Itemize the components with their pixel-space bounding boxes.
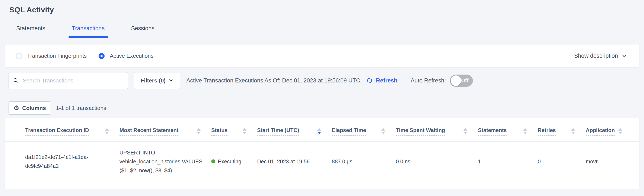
cell-start-time: Dec 01, 2023 at 19:56: [257, 157, 332, 166]
table-header-row: Transaction Execution ID Most Recent Sta…: [5, 118, 639, 142]
column-header-status: Status: [211, 127, 257, 136]
column-header-retries: Retries: [538, 127, 586, 136]
table-row[interactable]: da1f21e2-de71-4c1f-a1da-dc9fc94a84a2 UPS…: [5, 142, 639, 181]
radio-transaction-fingerprints[interactable]: Transaction Fingerprints: [16, 53, 87, 59]
cell-status: Executing: [211, 157, 257, 166]
tab-bar: Statements Transactions Sessions: [5, 25, 639, 37]
column-header-time-spent-waiting: Time Spent Waiting: [396, 127, 478, 136]
tab-statements[interactable]: Statements: [13, 25, 49, 37]
filters-label: Filters (0): [140, 77, 166, 84]
sort-arrows-icon[interactable]: [571, 127, 575, 134]
column-header-label[interactable]: Transaction Execution ID: [25, 127, 89, 136]
filters-button[interactable]: Filters (0): [134, 72, 180, 89]
sort-arrows-icon[interactable]: [197, 127, 200, 134]
columns-label: Columns: [22, 105, 46, 111]
gear-icon: ⚙: [14, 105, 19, 111]
auto-refresh-toggle[interactable]: Off: [450, 75, 473, 87]
auto-refresh-label: Auto Refresh:: [411, 77, 446, 84]
column-header-label[interactable]: Retries: [538, 127, 556, 136]
status-executing-dot-icon: [211, 159, 215, 163]
column-header-label[interactable]: Application: [586, 127, 615, 136]
cell-time-spent-waiting: 0.0 ns: [396, 157, 478, 166]
sort-arrows-icon[interactable]: [618, 127, 622, 134]
column-header-label[interactable]: Start Time (UTC): [257, 127, 299, 136]
column-header-application: Application: [586, 127, 633, 136]
refresh-button[interactable]: Refresh: [366, 77, 398, 84]
radio-active-executions[interactable]: Active Executions: [98, 53, 154, 59]
refresh-label: Refresh: [376, 77, 398, 84]
page-title: SQL Activity: [0, 0, 644, 14]
radio-label: Active Executions: [110, 53, 154, 59]
radio-label: Transaction Fingerprints: [27, 53, 87, 59]
column-header-label[interactable]: Most Recent Statement: [120, 127, 178, 136]
column-header-most-recent-statement: Most Recent Statement: [120, 127, 211, 136]
show-description-button[interactable]: Show description: [574, 53, 627, 59]
tab-sessions[interactable]: Sessions: [128, 25, 158, 37]
sort-arrows-icon[interactable]: [242, 127, 246, 134]
chevron-down-icon: [622, 53, 627, 59]
sort-arrows-icon[interactable]: [105, 127, 109, 134]
as-of-text: Active Transaction Executions As Of: Dec…: [186, 77, 360, 84]
column-header-statements: Statements: [478, 127, 538, 136]
refresh-icon: [366, 77, 374, 84]
search-icon: [13, 77, 19, 84]
cell-statements: 1: [478, 157, 538, 166]
toggle-knob-icon: [451, 75, 461, 86]
table-toolbar: ⚙ Columns 1-1 of 1 transactions: [8, 101, 636, 115]
column-header-elapsed-time: Elapsed Time: [332, 127, 396, 136]
tab-transactions[interactable]: Transactions: [68, 25, 108, 37]
results-count: 1-1 of 1 transactions: [56, 105, 106, 111]
columns-button[interactable]: ⚙ Columns: [8, 101, 51, 115]
column-header-label[interactable]: Statements: [478, 127, 507, 136]
cell-most-recent-statement[interactable]: UPSERT INTO vehicle_location_histories V…: [120, 148, 211, 175]
sort-arrows-icon-active-desc[interactable]: [317, 127, 321, 134]
cell-application: movr: [586, 157, 633, 166]
sort-arrows-icon[interactable]: [523, 127, 527, 134]
cell-retries: 0: [538, 157, 586, 166]
toggle-state-label: Off: [461, 78, 468, 83]
cell-transaction-execution-id[interactable]: da1f21e2-de71-4c1f-a1da-dc9fc94a84a2: [25, 153, 120, 171]
column-header-start-time: Start Time (UTC): [257, 127, 332, 136]
vertical-divider: [404, 73, 404, 88]
column-header-label[interactable]: Status: [211, 127, 228, 136]
radio-unselected-icon[interactable]: [16, 53, 22, 59]
status-label: Executing: [218, 157, 241, 166]
radio-selected-icon[interactable]: [98, 53, 104, 59]
search-input[interactable]: [22, 77, 124, 84]
column-header-label[interactable]: Time Spent Waiting: [396, 127, 445, 136]
sort-arrows-icon[interactable]: [381, 127, 385, 134]
transactions-table: Transaction Execution ID Most Recent Sta…: [5, 118, 639, 189]
sort-arrows-icon[interactable]: [464, 127, 467, 134]
search-box[interactable]: [8, 72, 128, 89]
show-description-label: Show description: [574, 53, 618, 59]
view-mode-card: Transaction Fingerprints Active Executio…: [5, 44, 639, 67]
cell-elapsed-time: 887.0 µs: [332, 157, 396, 166]
column-header-label[interactable]: Elapsed Time: [332, 127, 366, 136]
chevron-down-icon: [168, 78, 173, 83]
column-header-transaction-execution-id: Transaction Execution ID: [25, 127, 120, 136]
filter-row: Filters (0) Active Transaction Execution…: [8, 72, 636, 89]
